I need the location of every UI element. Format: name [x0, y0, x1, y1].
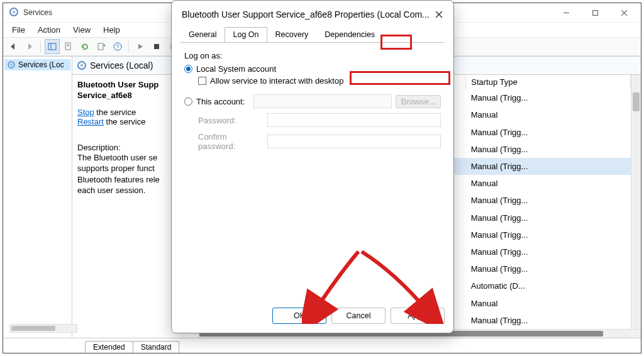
- tab-extended[interactable]: Extended: [85, 341, 133, 353]
- detail-header-title: Services (Local): [90, 60, 153, 70]
- table-cell: Manual (Trigg...: [466, 123, 631, 140]
- logon-as-label: Log on as:: [184, 51, 441, 60]
- allow-interact-row[interactable]: Allow service to interact with desktop: [184, 76, 441, 86]
- toolbar-back-icon[interactable]: [6, 39, 21, 54]
- vertical-scrollbar[interactable]: [631, 75, 641, 329]
- toolbar-start-icon[interactable]: [133, 39, 148, 54]
- password-label: Password:: [198, 116, 261, 125]
- dialog-title: Bluetooth User Support Service_af6e8 Pro…: [182, 9, 430, 19]
- svg-rect-4: [48, 43, 56, 50]
- cancel-button[interactable]: Cancel: [331, 308, 386, 324]
- checkbox-allow-interact-label: Allow service to interact with desktop: [210, 76, 343, 86]
- table-cell: Manual (Trigg...: [466, 243, 631, 260]
- dialog-close-button[interactable]: [430, 7, 448, 22]
- dialog-tab-logon[interactable]: Log On: [225, 27, 267, 42]
- radio-this-account-label: This account:: [196, 97, 245, 106]
- table-cell: Manual (Trigg...: [466, 209, 631, 226]
- menu-help[interactable]: Help: [98, 24, 125, 36]
- radio-this-account-row[interactable]: This account: Browse...: [184, 94, 441, 108]
- window-title: Services: [23, 8, 52, 17]
- ok-button[interactable]: OK: [272, 308, 326, 324]
- radio-this-account[interactable]: [184, 97, 192, 106]
- tree-pane: Services (Loc: [3, 57, 72, 338]
- gear-icon: [77, 61, 86, 70]
- table-cell: Manual (Trigg...: [466, 89, 631, 106]
- table-cell: Manual (Trigg...: [466, 158, 631, 175]
- toolbar-refresh-icon[interactable]: [77, 39, 92, 54]
- svg-rect-1: [592, 10, 597, 15]
- table-cell: Manual (Trigg...: [466, 260, 631, 277]
- dialog-tab-general[interactable]: General: [180, 27, 225, 42]
- toolbar-stop-icon[interactable]: [149, 39, 164, 54]
- properties-dialog: Bluetooth User Support Service_af6e8 Pro…: [171, 0, 454, 333]
- restart-after-text: the service: [104, 117, 145, 126]
- table-cell: Manual: [466, 175, 631, 192]
- gear-icon: [8, 61, 14, 68]
- tab-standard[interactable]: Standard: [133, 341, 180, 353]
- password-input[interactable]: [267, 113, 441, 127]
- radio-local-system-row[interactable]: Local System account: [184, 64, 441, 74]
- table-cell: Manual (Trigg...: [466, 192, 631, 209]
- table-cell: Automatic (D...: [466, 277, 631, 294]
- svg-rect-12: [154, 44, 159, 49]
- toolbar-export-icon[interactable]: [94, 39, 109, 54]
- bottom-tabs: Extended Standard: [3, 338, 641, 353]
- checkbox-allow-interact[interactable]: [198, 77, 206, 85]
- toolbar-properties-icon[interactable]: [61, 39, 76, 54]
- col-startup[interactable]: Startup Type: [466, 75, 631, 89]
- table-cell: Manual (Trigg...: [466, 312, 631, 329]
- dialog-tab-dependencies[interactable]: Dependencies: [316, 27, 383, 42]
- menu-file[interactable]: File: [7, 24, 30, 36]
- apply-button[interactable]: Apply: [391, 308, 445, 324]
- toolbar-separator: [40, 40, 42, 53]
- confirm-password-label: Confirm password:: [198, 132, 261, 151]
- toolbar-separator: [128, 40, 130, 53]
- browse-button[interactable]: Browse...: [396, 95, 441, 108]
- menu-view[interactable]: View: [68, 24, 96, 36]
- table-cell: Manual: [466, 294, 631, 311]
- radio-local-system[interactable]: [184, 65, 192, 73]
- svg-rect-9: [98, 43, 103, 50]
- maximize-button[interactable]: [580, 3, 609, 22]
- toolbar-forward-icon[interactable]: [22, 39, 37, 54]
- left-horizontal-scrollbar[interactable]: [9, 324, 77, 333]
- menu-action[interactable]: Action: [33, 24, 65, 36]
- services-app-icon: [9, 8, 19, 18]
- svg-text:?: ?: [116, 43, 119, 50]
- table-cell: Manual (Trigg...: [466, 141, 631, 158]
- table-cell: Manual: [466, 106, 631, 123]
- minimize-button[interactable]: [552, 3, 580, 22]
- stop-after-text: the service: [94, 108, 136, 117]
- dialog-tab-recovery[interactable]: Recovery: [267, 27, 317, 42]
- toolbar-help-icon[interactable]: ?: [110, 39, 125, 54]
- confirm-password-input[interactable]: [267, 135, 441, 148]
- restart-link[interactable]: Restart: [77, 117, 104, 126]
- tree-root[interactable]: Services (Loc: [4, 59, 70, 70]
- tree-root-label: Services (Loc: [18, 60, 64, 69]
- this-account-input[interactable]: [253, 94, 392, 108]
- table-cell: Manual (Trigg...: [466, 226, 631, 243]
- toolbar-detail-pane-icon[interactable]: [45, 39, 60, 54]
- close-button[interactable]: [609, 3, 638, 22]
- stop-link[interactable]: Stop: [77, 108, 94, 117]
- radio-local-system-label: Local System account: [196, 64, 276, 74]
